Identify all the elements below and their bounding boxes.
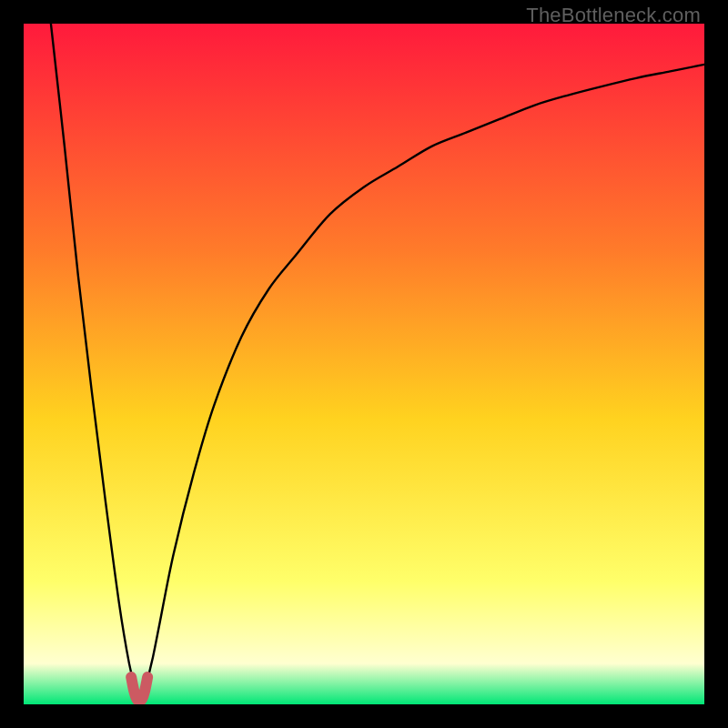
gradient-background (24, 24, 704, 704)
bottleneck-chart (24, 24, 704, 704)
chart-frame (24, 24, 704, 704)
watermark-text: TheBottleneck.com (526, 4, 701, 27)
